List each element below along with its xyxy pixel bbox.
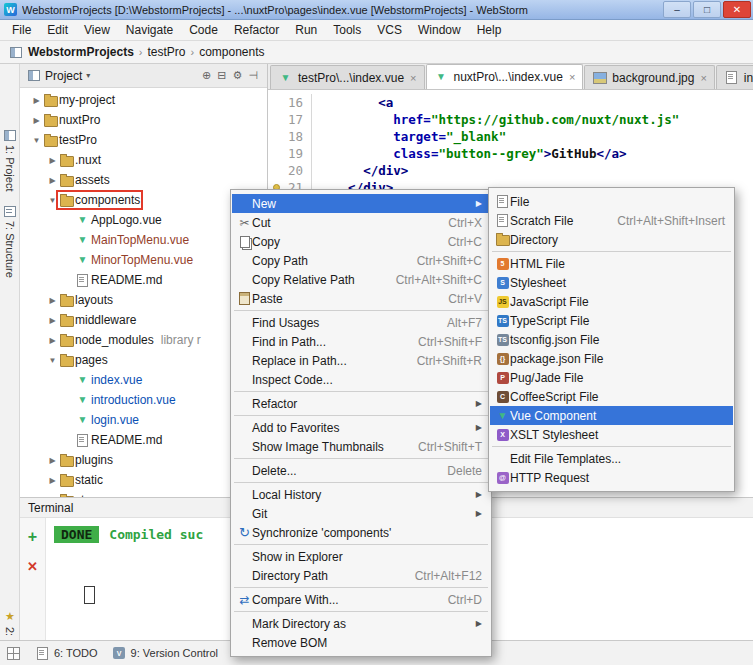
menu-item-copy-path[interactable]: Copy PathCtrl+Shift+C — [232, 251, 490, 270]
folder-icon — [59, 334, 74, 347]
menu-item-copy[interactable]: CopyCtrl+C — [232, 232, 490, 251]
menu-file[interactable]: File — [4, 20, 39, 40]
minimize-button[interactable]: – — [663, 1, 691, 18]
editor-tab-testpro-index-vue[interactable]: ▼testPro\...\index.vue× — [270, 65, 425, 89]
folder-icon — [43, 114, 58, 127]
menu-item-add-to-favorites[interactable]: Add to Favorites▶ — [232, 418, 490, 437]
hide-panel-icon[interactable]: ⊣ — [245, 69, 261, 82]
maximize-button[interactable]: □ — [693, 1, 721, 18]
menu-item-coffeescript-file[interactable]: CCoffeeScript File — [490, 387, 733, 406]
menu-item-typescript-file[interactable]: TSTypeScript File — [490, 311, 733, 330]
menu-item-compare-with[interactable]: ⇄Compare With...Ctrl+D — [232, 590, 490, 609]
menu-item-refactor[interactable]: Refactor▶ — [232, 394, 490, 413]
toolwindow-tab-project[interactable]: 1: Project — [0, 130, 20, 191]
settings-icon[interactable]: ⚙ — [230, 69, 246, 82]
project-panel-title[interactable]: Project — [45, 69, 82, 83]
chevron-collapsed-icon[interactable]: ▶ — [46, 336, 59, 345]
tree-item-my-project[interactable]: ▶my-project — [20, 90, 267, 110]
close-button[interactable]: ✕ — [723, 1, 751, 18]
close-tab-icon[interactable]: × — [410, 72, 416, 84]
menu-item-delete[interactable]: Delete...Delete — [232, 461, 490, 480]
tree-item-nuxt[interactable]: ▶.nuxt — [20, 150, 267, 170]
menu-item-find-usages[interactable]: Find UsagesAlt+F7 — [232, 313, 490, 332]
menu-item-directory-path[interactable]: Directory PathCtrl+Alt+F12 — [232, 566, 490, 585]
menu-bar: FileEditViewNavigateCodeRefactorRunTools… — [0, 20, 753, 41]
editor-tab-intro[interactable]: intro... — [716, 65, 753, 89]
menu-refactor[interactable]: Refactor — [226, 20, 287, 40]
collapse-all-icon[interactable]: ⊟ — [214, 69, 229, 82]
menu-item-file[interactable]: File — [490, 192, 733, 211]
menu-item-xslt-stylesheet[interactable]: XXSLT Stylesheet — [490, 425, 733, 444]
breadcrumb-item-webstormprojects[interactable]: WebstormProjects — [28, 45, 134, 59]
menu-item-directory[interactable]: Directory — [490, 230, 733, 249]
status-6-todo[interactable]: 6: TODO — [35, 647, 98, 660]
menu-item-git[interactable]: Git▶ — [232, 504, 490, 523]
menu-code[interactable]: Code — [181, 20, 226, 40]
editor-tab-nuxtpro-index-vue[interactable]: ▼nuxtPro\...\index.vue× — [426, 64, 584, 89]
chevron-expanded-icon[interactable]: ▼ — [46, 196, 59, 205]
chevron-collapsed-icon[interactable]: ▶ — [46, 296, 59, 305]
chevron-collapsed-icon[interactable]: ▶ — [46, 456, 59, 465]
code-area[interactable]: 161718192021 <a href="https://github.com… — [268, 90, 753, 196]
tree-item-testpro[interactable]: ▼testPro — [20, 130, 267, 150]
menu-separator — [234, 310, 488, 311]
menu-item-synchronize-components[interactable]: ↻Synchronize 'components' — [232, 523, 490, 542]
menu-item-html-file[interactable]: 5HTML File — [490, 254, 733, 273]
menu-item-tsconfig-json-file[interactable]: TStsconfig.json File — [490, 330, 733, 349]
menu-vcs[interactable]: VCS — [369, 20, 410, 40]
menu-item-show-image-thumbnails[interactable]: Show Image ThumbnailsCtrl+Shift+T — [232, 437, 490, 456]
breadcrumb-item-testpro[interactable]: testPro — [147, 45, 185, 59]
menu-item-copy-relative-path[interactable]: Copy Relative PathCtrl+Alt+Shift+C — [232, 270, 490, 289]
menu-item-local-history[interactable]: Local History▶ — [232, 485, 490, 504]
menu-item-http-request[interactable]: @HTTP Request — [490, 468, 733, 487]
chevron-collapsed-icon[interactable]: ▶ — [46, 316, 59, 325]
line-number: 20 — [268, 162, 303, 179]
menu-item-new[interactable]: New▶ — [232, 194, 490, 213]
status-9-version-control[interactable]: V9: Version Control — [112, 647, 218, 660]
menu-tools[interactable]: Tools — [325, 20, 369, 40]
toolwindow-switcher-icon[interactable] — [6, 647, 21, 660]
menu-item-scratch-file[interactable]: Scratch FileCtrl+Alt+Shift+Insert — [490, 211, 733, 230]
menu-item-remove-bom[interactable]: Remove BOM — [232, 633, 490, 652]
close-tab-icon[interactable]: × — [569, 71, 575, 83]
toolwindow-tab-structure[interactable]: 7: Structure — [0, 206, 20, 278]
menu-item-pug-jade-file[interactable]: PPug/Jade File — [490, 368, 733, 387]
tree-item-nuxtpro[interactable]: ▶nuxtPro — [20, 110, 267, 130]
chevron-collapsed-icon[interactable]: ▶ — [30, 96, 43, 105]
editor-tab-background-jpg[interactable]: background.jpg× — [584, 65, 715, 89]
menu-shortcut: Delete — [431, 464, 482, 478]
chevron-down-icon[interactable]: ▾ — [86, 71, 90, 80]
menu-run[interactable]: Run — [287, 20, 325, 40]
menu-window[interactable]: Window — [410, 20, 469, 40]
chevron-collapsed-icon[interactable]: ▶ — [46, 476, 59, 485]
locate-icon[interactable]: ⊕ — [199, 69, 214, 82]
menu-item-package-json-file[interactable]: {}package.json File — [490, 349, 733, 368]
tree-item-assets[interactable]: ▶assets — [20, 170, 267, 190]
new-session-icon[interactable]: + — [28, 528, 37, 546]
menu-item-show-in-explorer[interactable]: Show in Explorer — [232, 547, 490, 566]
menu-item-find-in-path[interactable]: Find in Path...Ctrl+Shift+F — [232, 332, 490, 351]
breadcrumb-item-components[interactable]: components — [199, 45, 264, 59]
menu-item-cut[interactable]: ✂CutCtrl+X — [232, 213, 490, 232]
close-session-icon[interactable]: ✕ — [27, 559, 38, 574]
menu-item-edit-file-templates[interactable]: Edit File Templates... — [490, 449, 733, 468]
menu-item-stylesheet[interactable]: SStylesheet — [490, 273, 733, 292]
menu-navigate[interactable]: Navigate — [118, 20, 181, 40]
webstorm-logo-icon: W — [4, 3, 17, 16]
chevron-collapsed-icon[interactable]: ▶ — [46, 156, 59, 165]
menu-item-inspect-code[interactable]: Inspect Code... — [232, 370, 490, 389]
menu-help[interactable]: Help — [469, 20, 510, 40]
menu-edit[interactable]: Edit — [39, 20, 76, 40]
chevron-collapsed-icon[interactable]: ▶ — [30, 116, 43, 125]
menu-item-mark-directory-as[interactable]: Mark Directory as▶ — [232, 614, 490, 633]
menu-item-paste[interactable]: PasteCtrl+V — [232, 289, 490, 308]
chevron-expanded-icon[interactable]: ▼ — [30, 136, 43, 145]
chevron-collapsed-icon[interactable]: ▶ — [46, 176, 59, 185]
menu-item-vue-component[interactable]: ▼Vue Component — [490, 406, 733, 425]
close-tab-icon[interactable]: × — [700, 72, 706, 84]
line-number: 19 — [268, 145, 303, 162]
chevron-expanded-icon[interactable]: ▼ — [46, 356, 59, 365]
menu-item-replace-in-path[interactable]: Replace in Path...Ctrl+Shift+R — [232, 351, 490, 370]
menu-view[interactable]: View — [76, 20, 118, 40]
menu-item-javascript-file[interactable]: JSJavaScript File — [490, 292, 733, 311]
